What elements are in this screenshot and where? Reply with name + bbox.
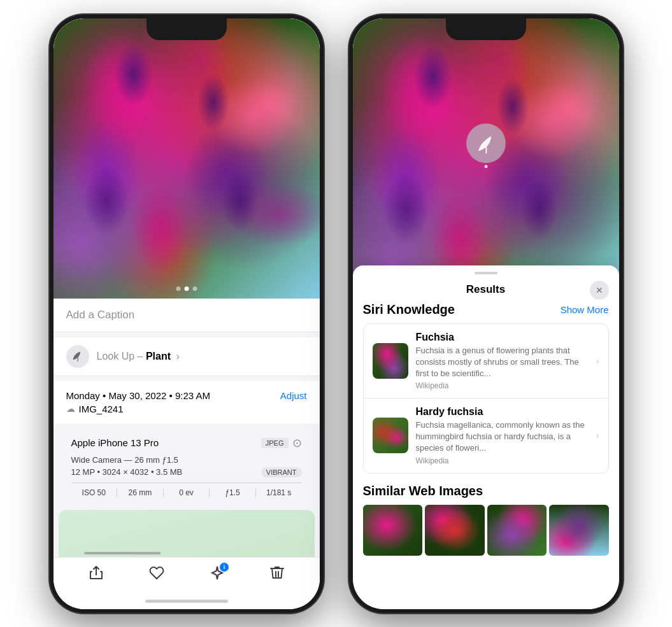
heart-icon (149, 565, 164, 581)
meta-filename: ☁ IMG_4241 (66, 404, 307, 414)
badge-row: JPEG ⊙ (261, 436, 302, 450)
web-image-2[interactable] (425, 505, 485, 556)
location-icon: ⊙ (292, 436, 302, 450)
camera-section: Apple iPhone 13 Pro JPEG ⊙ Wide Camera —… (59, 428, 315, 505)
focal-value: 26 mm (117, 488, 164, 497)
web-image-4[interactable] (549, 505, 609, 556)
share-icon (89, 565, 104, 581)
map-section[interactable] (59, 510, 315, 557)
phone-1: Add a Caption Look Up – Plant (50, 15, 324, 613)
ev-value: 0 ev (164, 488, 210, 497)
siri-knowledge-header: Siri Knowledge Show More (363, 302, 609, 317)
vibrant-badge: VIBRANT (261, 467, 302, 477)
notch-2 (446, 18, 526, 40)
results-sheet: Results ✕ Siri Knowledge Show More (353, 265, 619, 609)
hardy-source: Wikipedia (416, 456, 589, 465)
meta-section: Monday • May 30, 2022 • 9:23 AM Adjust ☁… (54, 381, 320, 423)
web-image-3[interactable] (487, 505, 547, 556)
phone-2: Results ✕ Siri Knowledge Show More (349, 15, 623, 613)
home-indicator (145, 600, 228, 603)
siri-knowledge-title: Siri Knowledge (363, 302, 455, 317)
resolution-text: 12 MP • 3024 × 4032 • 3.5 MB (71, 467, 183, 477)
shutter-value: 1/181 s (256, 488, 302, 497)
lookup-label: Look Up – Plant › (97, 351, 180, 362)
fuchsia-thumbnail (373, 343, 408, 379)
indicator-dot (192, 286, 197, 291)
camera-model-row: Apple iPhone 13 Pro JPEG ⊙ (71, 436, 302, 450)
meta-date-row: Monday • May 30, 2022 • 9:23 AM Adjust (66, 390, 307, 401)
photo-display[interactable] (54, 18, 320, 299)
lookup-row[interactable]: Look Up – Plant › (54, 337, 320, 376)
photo-date: Monday • May 30, 2022 • 9:23 AM (66, 390, 210, 401)
indicator-dot-active (184, 286, 189, 291)
exif-row: ISO 50 26 mm 0 ev ƒ1.5 1/181 s (71, 483, 302, 497)
show-more-button[interactable]: Show More (561, 304, 609, 315)
share-button[interactable] (89, 565, 104, 581)
resolution-row: 12 MP • 3024 × 4032 • 3.5 MB VIBRANT (71, 467, 302, 477)
adjust-button[interactable]: Adjust (280, 390, 307, 401)
hardy-name: Hardy fuchsia (416, 406, 589, 418)
web-images-section: Similar Web Images (363, 484, 609, 556)
knowledge-card: Fuchsia Fuchsia is a genus of flowering … (363, 323, 609, 474)
format-badge: JPEG (261, 438, 289, 448)
trash-icon (270, 565, 284, 581)
phone2-content: Results ✕ Siri Knowledge Show More (353, 18, 619, 609)
fuchsia-source: Wikipedia (416, 381, 589, 390)
leaf-icon (71, 350, 84, 363)
fuchsia-info: Fuchsia Fuchsia is a genus of flowering … (416, 332, 589, 391)
map-background (59, 510, 315, 557)
info-button[interactable]: i (210, 565, 225, 581)
caption-placeholder[interactable]: Add a Caption (66, 309, 135, 321)
favorite-button[interactable] (149, 565, 164, 581)
web-images-row (363, 505, 609, 556)
chevron-icon: › (596, 356, 599, 366)
hardy-thumbnail (373, 418, 408, 453)
app-container: Add a Caption Look Up – Plant (0, 0, 672, 627)
hardy-desc: Fuchsia magellanica, commonly known as t… (416, 419, 589, 454)
close-button[interactable]: ✕ (590, 281, 609, 300)
visual-intelligence-bubble (466, 123, 506, 163)
sheet-content[interactable]: Siri Knowledge Show More Fuchsia Fuchsia… (353, 302, 619, 595)
lookup-subject: Plant (146, 351, 171, 362)
leaf-vi-icon (476, 133, 496, 153)
fuchsia-desc: Fuchsia is a genus of flowering plants t… (416, 345, 589, 380)
siri-icon (66, 345, 89, 368)
lookup-prefix: Look Up – (97, 351, 143, 362)
map-path (84, 552, 161, 554)
web-images-title: Similar Web Images (363, 484, 609, 498)
fuchsia-name: Fuchsia (416, 332, 589, 343)
vi-dot (484, 165, 487, 168)
filename-label: IMG_4241 (79, 404, 124, 414)
info-section: Add a Caption Look Up – Plant (54, 299, 320, 557)
home-indicator-area (54, 600, 320, 609)
sheet-header: Results ✕ (353, 274, 619, 302)
hardy-info: Hardy fuchsia Fuchsia magellanica, commo… (416, 406, 589, 465)
chevron-right-icon: › (176, 351, 179, 362)
phone1-content: Add a Caption Look Up – Plant (54, 18, 320, 609)
iso-value: ISO 50 (71, 488, 118, 497)
photo-toolbar: i (54, 557, 320, 600)
phone2-screen: Results ✕ Siri Knowledge Show More (353, 18, 619, 609)
indicator-dot (176, 286, 180, 291)
caption-area: Add a Caption (54, 299, 320, 332)
camera-model: Apple iPhone 13 Pro (71, 437, 159, 448)
sheet-title: Results (466, 283, 505, 296)
web-image-1[interactable] (363, 505, 423, 556)
notch (147, 18, 227, 40)
aperture-value: ƒ1.5 (210, 488, 256, 497)
lens-info: Wide Camera — 26 mm ƒ1.5 (71, 455, 302, 465)
knowledge-item-fuchsia[interactable]: Fuchsia Fuchsia is a genus of flowering … (364, 324, 608, 399)
page-indicator (176, 286, 197, 291)
flower-image (54, 18, 320, 299)
knowledge-item-hardy[interactable]: Hardy fuchsia Fuchsia magellanica, commo… (364, 398, 608, 473)
cloud-icon: ☁ (66, 404, 75, 414)
chevron-icon-2: › (596, 430, 599, 440)
info-badge: i (220, 563, 229, 572)
delete-button[interactable] (270, 565, 284, 581)
close-icon: ✕ (596, 285, 603, 295)
phone1-screen: Add a Caption Look Up – Plant (54, 18, 320, 609)
